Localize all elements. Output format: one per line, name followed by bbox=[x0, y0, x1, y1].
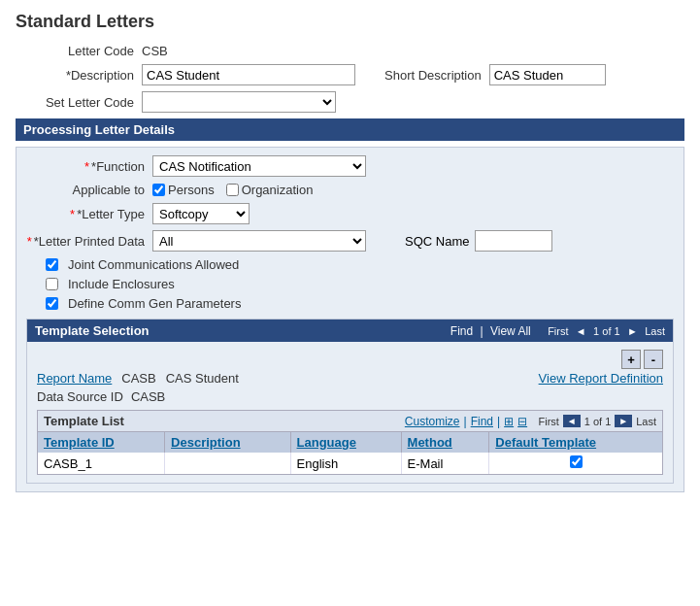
datasource-label: Data Source ID bbox=[37, 389, 123, 404]
include-enclosures-checkbox[interactable] bbox=[46, 278, 58, 290]
tl-icon-table[interactable]: ⊟ bbox=[517, 415, 527, 428]
set-letter-code-row: Set Letter Code bbox=[16, 91, 684, 113]
applicable-checks: Persons Organization bbox=[152, 183, 313, 197]
define-comm-checkbox[interactable] bbox=[46, 297, 58, 310]
short-description-label: Short Description bbox=[384, 68, 482, 83]
short-description-group: Short Description bbox=[384, 64, 606, 85]
ts-report-row: Report Name CASB CAS Student View Report… bbox=[37, 371, 663, 386]
template-selection-body: + - Report Name CASB CAS Student View Re… bbox=[27, 342, 673, 483]
tl-header-bar: Template List Customize | Find | ⊞ ⊟ Fir… bbox=[38, 411, 662, 432]
set-letter-code-label: Set Letter Code bbox=[16, 95, 142, 110]
letter-printed-row: *Letter Printed Data All SQC Name bbox=[26, 230, 674, 252]
joint-comm-label: Joint Communications Allowed bbox=[68, 257, 239, 272]
org-label: Organization bbox=[242, 183, 314, 197]
letter-code-value: CSB bbox=[142, 44, 168, 58]
ts-nav-page: 1 of 1 bbox=[593, 325, 620, 337]
ts-find-link[interactable]: Find bbox=[450, 324, 473, 338]
ts-datasource-row: Data Source ID CASB bbox=[37, 389, 663, 404]
ts-nav-next[interactable]: ► bbox=[627, 325, 638, 337]
col-template-id[interactable]: Template ID bbox=[38, 432, 165, 453]
tl-header-row: Template ID Description Language Method … bbox=[38, 432, 662, 453]
template-selection-nav: Find | View All First ◄ 1 of 1 ► Last bbox=[447, 324, 665, 338]
ts-nav-prev[interactable]: ◄ bbox=[576, 325, 586, 337]
template-selection: Template Selection Find | View All First… bbox=[26, 319, 674, 484]
persons-checkbox[interactable] bbox=[152, 184, 165, 196]
cell-default-template[interactable] bbox=[489, 453, 662, 474]
short-description-input[interactable] bbox=[489, 64, 606, 85]
tl-title: Template List bbox=[44, 414, 124, 428]
report-name-link[interactable]: Report Name bbox=[37, 371, 112, 386]
tl-nav-page: 1 of 1 bbox=[584, 416, 612, 427]
page-container: Standard Letters Letter Code CSB *Descri… bbox=[0, 0, 700, 606]
define-comm-row: Define Comm Gen Parameters bbox=[46, 296, 674, 311]
col-description[interactable]: Description bbox=[165, 432, 291, 453]
tl-nav-next-btn[interactable]: ► bbox=[615, 415, 632, 427]
letter-printed-label: *Letter Printed Data bbox=[26, 234, 152, 249]
cell-language: English bbox=[290, 453, 401, 474]
ts-add-button[interactable]: + bbox=[621, 350, 641, 369]
default-template-checkbox[interactable] bbox=[570, 455, 583, 468]
template-selection-title: Template Selection bbox=[35, 323, 150, 338]
define-comm-label: Define Comm Gen Parameters bbox=[68, 296, 241, 311]
tl-find-link[interactable]: Find bbox=[471, 415, 493, 428]
letter-code-row: Letter Code CSB bbox=[16, 44, 684, 58]
template-list: Template List Customize | Find | ⊞ ⊟ Fir… bbox=[37, 410, 663, 475]
cell-description bbox=[165, 453, 291, 474]
letter-type-label: *Letter Type bbox=[26, 207, 152, 221]
col-default-template[interactable]: Default Template bbox=[489, 432, 662, 453]
include-enclosures-row: Include Enclosures bbox=[46, 277, 674, 291]
tl-nav-first: First bbox=[538, 416, 558, 427]
processing-section-body: *Function CAS Notification Applicable to… bbox=[16, 147, 684, 492]
function-row: *Function CAS Notification bbox=[26, 155, 674, 177]
letter-type-select[interactable]: Softcopy bbox=[152, 203, 250, 224]
tl-customize-link[interactable]: Customize bbox=[405, 415, 460, 428]
ts-view-all-link[interactable]: View All bbox=[490, 324, 531, 338]
template-selection-header: Template Selection Find | View All First… bbox=[27, 320, 673, 342]
ts-remove-button[interactable]: - bbox=[644, 350, 663, 369]
ts-add-remove: + - bbox=[37, 350, 663, 369]
org-checkbox[interactable] bbox=[226, 184, 239, 196]
ts-nav-first[interactable]: First bbox=[548, 325, 568, 337]
cell-method: E-Mail bbox=[401, 453, 489, 474]
joint-comm-row: Joint Communications Allowed bbox=[46, 257, 674, 272]
ts-nav-last[interactable]: Last bbox=[645, 325, 665, 337]
sqc-name-label: SQC Name bbox=[405, 234, 469, 249]
letter-printed-select[interactable]: All bbox=[152, 230, 366, 252]
persons-label: Persons bbox=[168, 183, 215, 197]
table-row: CASB_1 English E-Mail bbox=[38, 453, 662, 474]
page-title: Standard Letters bbox=[16, 12, 684, 32]
tl-icon-grid[interactable]: ⊞ bbox=[504, 415, 514, 428]
applicable-label: Applicable to bbox=[26, 183, 152, 197]
function-label: *Function bbox=[26, 159, 152, 174]
joint-comm-checkbox[interactable] bbox=[46, 258, 58, 271]
report-name-code: CASB bbox=[121, 371, 155, 386]
org-check-group: Organization bbox=[226, 183, 314, 197]
cell-template-id: CASB_1 bbox=[38, 453, 165, 474]
col-language[interactable]: Language bbox=[290, 432, 401, 453]
report-name-desc: CAS Student bbox=[166, 371, 239, 386]
set-letter-code-select[interactable] bbox=[142, 91, 336, 113]
description-row: *Description Short Description bbox=[16, 64, 684, 85]
sqc-name-group: SQC Name bbox=[405, 230, 552, 252]
view-report-link[interactable]: View Report Definition bbox=[539, 371, 663, 386]
col-method[interactable]: Method bbox=[401, 432, 489, 453]
letter-type-row: *Letter Type Softcopy bbox=[26, 203, 674, 224]
sqc-name-input[interactable] bbox=[475, 230, 552, 252]
tl-nav-prev-btn[interactable]: ◄ bbox=[563, 415, 581, 427]
include-enclosures-label: Include Enclosures bbox=[68, 277, 175, 291]
template-list-table: Template ID Description Language Method … bbox=[38, 432, 662, 474]
tl-controls: Customize | Find | ⊞ ⊟ First ◄ 1 of 1 ► … bbox=[405, 415, 656, 428]
description-input[interactable] bbox=[142, 64, 355, 85]
processing-section-header: Processing Letter Details bbox=[16, 118, 684, 141]
tl-nav-last: Last bbox=[636, 416, 656, 427]
applicable-row: Applicable to Persons Organization bbox=[26, 183, 674, 197]
persons-check-group: Persons bbox=[152, 183, 215, 197]
datasource-value: CASB bbox=[131, 389, 165, 404]
function-select[interactable]: CAS Notification bbox=[152, 155, 366, 177]
description-label: *Description bbox=[16, 68, 142, 83]
letter-code-label: Letter Code bbox=[16, 44, 142, 58]
